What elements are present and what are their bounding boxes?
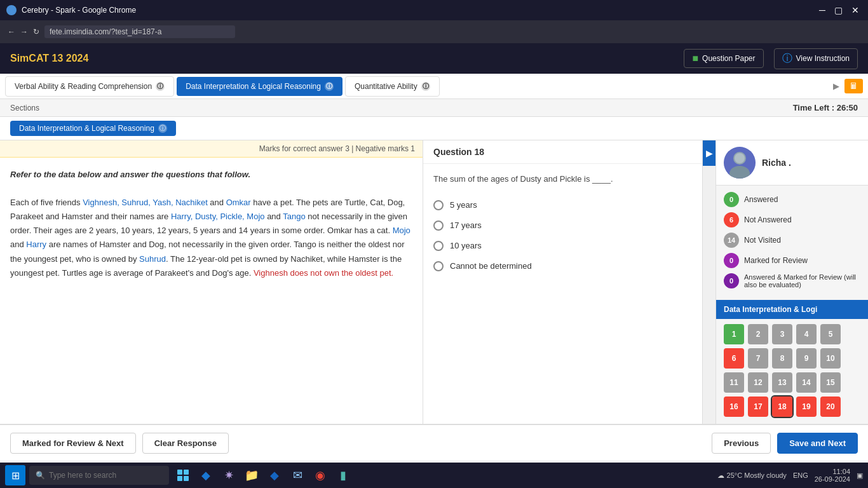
clear-response-button[interactable]: Clear Response xyxy=(142,433,229,454)
tab-verbal-label: Verbal Ability & Reading Comprehension xyxy=(15,82,152,91)
time-left: Time Left : 26:50 xyxy=(793,103,858,112)
option-d[interactable]: Cannot be determined xyxy=(433,261,692,271)
close-icon[interactable]: ✕ xyxy=(849,5,862,15)
legend-marked-review: 0 Marked for Review xyxy=(724,253,860,268)
q-btn-18[interactable]: 18 xyxy=(772,396,792,417)
svg-rect-4 xyxy=(177,470,182,475)
tab-dilr[interactable]: Data Interpretation & Logical Reasoning … xyxy=(177,77,342,96)
q-btn-9[interactable]: 9 xyxy=(796,348,817,369)
question-header: Question 18 xyxy=(423,140,702,164)
tabs-bar: Verbal Ability & Reading Comprehension ⓘ… xyxy=(0,74,868,99)
save-next-button[interactable]: Save and Next xyxy=(777,433,858,454)
refresh-icon[interactable]: ↻ xyxy=(33,27,39,36)
footer: Marked for Review & Next Clear Response … xyxy=(0,424,868,461)
q-btn-12[interactable]: 12 xyxy=(748,372,768,393)
weather-icon: ☁ xyxy=(717,471,724,480)
window-controls[interactable]: ─ ▢ ✕ xyxy=(817,5,862,15)
answered-marked-label: Answered & Marked for Review (will also … xyxy=(744,273,860,288)
user-name: Richa . xyxy=(762,158,791,168)
passage-intro: Refer to the data below and answer the q… xyxy=(10,168,412,182)
q-btn-13[interactable]: 13 xyxy=(772,372,792,393)
svg-rect-7 xyxy=(184,476,189,481)
taskbar-copilot-icon[interactable]: ✷ xyxy=(219,465,239,485)
taskbar-time: 11:04 26-09-2024 xyxy=(815,468,850,483)
not-visited-label: Not Visited xyxy=(744,236,781,245)
svg-point-3 xyxy=(735,153,745,163)
clock-date: 26-09-2024 xyxy=(815,475,850,483)
taskbar-task-view[interactable] xyxy=(173,465,193,485)
tab-verbal-info[interactable]: ⓘ xyxy=(156,82,165,91)
option-c-radio[interactable] xyxy=(433,241,444,251)
collapse-sidebar-arrow[interactable]: ▶ xyxy=(703,140,715,166)
q-btn-16[interactable]: 16 xyxy=(724,396,744,417)
section-tag: Data Interpretation & Logical Reasoning … xyxy=(10,121,176,136)
forward-icon[interactable]: → xyxy=(20,27,28,36)
answered-marked-badge: 0 xyxy=(724,273,739,288)
option-b[interactable]: 17 years xyxy=(433,220,692,231)
q-btn-6[interactable]: 6 xyxy=(724,348,744,369)
tab-qa-label: Quantitative Ability xyxy=(355,82,417,91)
taskbar-language: ENG xyxy=(793,471,808,479)
taskbar-edge-icon[interactable]: ◆ xyxy=(196,465,216,485)
taskbar-search-box[interactable]: 🔍 xyxy=(29,466,169,485)
q-btn-7[interactable]: 7 xyxy=(748,348,768,369)
section-tag-label: Data Interpretation & Logical Reasoning xyxy=(19,124,154,133)
back-icon[interactable]: ← xyxy=(8,27,15,36)
taskbar-chrome-icon[interactable]: ◉ xyxy=(310,465,330,485)
previous-button[interactable]: Previous xyxy=(712,433,771,454)
taskbar-files-icon[interactable]: 📁 xyxy=(241,465,262,485)
tab-qa[interactable]: Quantitative Ability ⓘ xyxy=(345,76,440,97)
legend-not-answered: 6 Not Answered xyxy=(724,212,860,227)
legend-not-visited: 14 Not Visited xyxy=(724,233,860,248)
answered-label: Answered xyxy=(744,195,778,204)
q-btn-1[interactable]: 1 xyxy=(724,324,744,344)
q-btn-2[interactable]: 2 xyxy=(748,324,768,344)
q-btn-8[interactable]: 8 xyxy=(772,348,792,369)
tab-verbal[interactable]: Verbal Ability & Reading Comprehension ⓘ xyxy=(5,76,174,97)
url-input[interactable] xyxy=(44,25,235,38)
taskbar-browser-icon[interactable]: ◆ xyxy=(264,465,285,485)
q-btn-4[interactable]: 4 xyxy=(796,324,817,344)
tab-nav-arrow[interactable]: ▶ xyxy=(833,81,839,91)
q-btn-10[interactable]: 10 xyxy=(820,348,841,369)
info-icon: ⓘ xyxy=(782,52,792,65)
q-btn-15[interactable]: 15 xyxy=(820,372,841,393)
calculator-button[interactable]: 🖩 xyxy=(844,79,863,93)
option-b-radio[interactable] xyxy=(433,220,444,231)
question-panel: Question 18 The sum of the ages of Dusty… xyxy=(423,140,703,424)
question-text: The sum of the ages of Dusty and Pickle … xyxy=(423,164,702,195)
option-c[interactable]: 10 years xyxy=(433,241,692,251)
window-title: Cerebry - Spark - Google Chrome xyxy=(22,6,136,15)
tab-dilr-info[interactable]: ⓘ xyxy=(325,82,334,91)
search-input[interactable] xyxy=(49,471,151,480)
minimize-icon[interactable]: ─ xyxy=(817,5,828,15)
q-btn-20[interactable]: 20 xyxy=(820,396,841,417)
not-visited-badge: 14 xyxy=(724,233,739,248)
q-btn-5[interactable]: 5 xyxy=(820,324,841,344)
sections-label: Sections xyxy=(10,104,39,112)
view-instruction-button[interactable]: ⓘ View Instruction xyxy=(774,48,858,69)
document-icon: ■ xyxy=(692,53,698,64)
q-btn-14[interactable]: 14 xyxy=(796,372,817,393)
tab-qa-info[interactable]: ⓘ xyxy=(421,82,430,91)
q-btn-3[interactable]: 3 xyxy=(772,324,792,344)
question-paper-button[interactable]: ■ Question Paper xyxy=(684,49,763,68)
start-button[interactable]: ⊞ xyxy=(5,465,25,485)
option-a[interactable]: 5 years xyxy=(433,200,692,210)
taskbar-icons: ◆ ✷ 📁 ◆ ✉ ◉ ▮ xyxy=(173,465,353,485)
q-btn-17[interactable]: 17 xyxy=(748,396,768,417)
option-a-radio[interactable] xyxy=(433,200,444,210)
title-bar: Cerebry - Spark - Google Chrome ─ ▢ ✕ xyxy=(0,0,868,20)
option-a-text: 5 years xyxy=(450,200,477,210)
app-header: SimCAT 13 2024 ■ Question Paper ⓘ View I… xyxy=(0,43,868,74)
q-btn-19[interactable]: 19 xyxy=(796,396,817,417)
maximize-icon[interactable]: ▢ xyxy=(832,5,845,15)
tab-dilr-label: Data Interpretation & Logical Reasoning xyxy=(186,82,321,91)
notification-icon[interactable]: ▣ xyxy=(857,471,863,480)
q-btn-11[interactable]: 11 xyxy=(724,372,744,393)
clock-time: 11:04 xyxy=(815,468,850,475)
taskbar-calculator-icon[interactable]: ▮ xyxy=(333,465,353,485)
marked-review-next-button[interactable]: Marked for Review & Next xyxy=(10,433,136,454)
option-d-radio[interactable] xyxy=(433,261,444,271)
taskbar-mail-icon[interactable]: ✉ xyxy=(287,465,308,485)
